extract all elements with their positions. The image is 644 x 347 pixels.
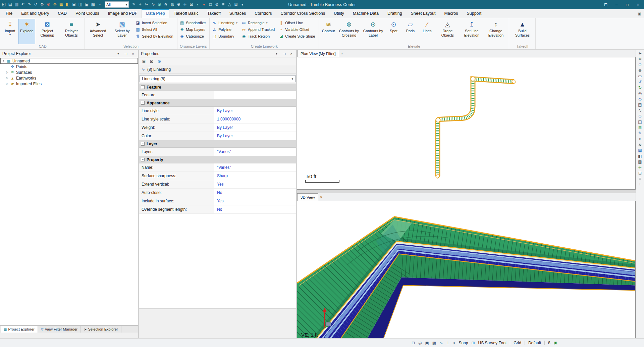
categorize-button[interactable]: ◈ Categorize [178, 33, 209, 40]
zoom-window-icon[interactable]: ▭ [638, 74, 642, 78]
settings-gear-icon[interactable]: ⚙ [39, 0, 45, 9]
snap-toggle[interactable]: Snap [459, 341, 468, 345]
panel-menu-icon[interactable]: ▾ [115, 51, 121, 56]
close-icon[interactable]: × [339, 50, 345, 57]
threed-view-tab[interactable]: 3D View [297, 193, 318, 201]
tab-cad[interactable]: CAD [54, 9, 71, 18]
selection-filter-dropdown[interactable]: All ▾ [105, 1, 129, 8]
advanced-select-button[interactable]: ➤ Advanced Select [86, 19, 110, 44]
status-orbit-icon[interactable]: ◎ [418, 341, 422, 345]
property-value-input[interactable]: By Layer [214, 132, 296, 140]
contour-icon[interactable]: ≋ [163, 0, 169, 9]
tab-support[interactable]: Support [462, 9, 486, 18]
status-window-icon[interactable]: ⊡ [412, 341, 415, 345]
move-icon[interactable]: ✥ [52, 0, 58, 9]
snapshot-icon[interactable]: ◐ [195, 0, 201, 9]
linework-icon[interactable]: ∿ [638, 108, 642, 112]
property-value-input[interactable]: By Layer [214, 107, 296, 115]
property-value-input[interactable]: 1.000000000 [214, 115, 296, 123]
tab-data-prep[interactable]: Data Prep [142, 9, 169, 18]
property-value-input[interactable]: "Varies" [214, 163, 296, 171]
select-by-layer-button[interactable]: ▧ Select by Layer [110, 19, 134, 44]
section-layer[interactable]: − Layer [139, 140, 296, 148]
linestring-icon[interactable]: ∿ [150, 0, 156, 9]
expander-icon[interactable]: ▷ [6, 77, 9, 80]
point-icon[interactable]: ⊙ [638, 114, 642, 118]
import-button[interactable]: ↧ Import ▾ [2, 19, 18, 44]
build-surfaces-button[interactable]: ▲ Build Surfaces [510, 19, 534, 44]
tab-project-explorer[interactable]: ▦ Project Explorer [1, 326, 38, 333]
map-layers-button[interactable]: ❖ Map Layers [178, 26, 209, 33]
property-value-input[interactable]: Yes [214, 180, 296, 188]
select-by-elevation-button[interactable]: ⇅ Select by Elevation [134, 33, 176, 40]
record-icon[interactable]: ● [201, 0, 207, 9]
collapse-icon[interactable]: − [141, 101, 145, 105]
tree-item-points[interactable]: ✛ Points [0, 64, 138, 69]
track-icon[interactable]: ◉ [156, 0, 163, 9]
tab-machine-data[interactable]: Machine Data [348, 9, 383, 18]
layers-icon[interactable]: ▤ [638, 103, 642, 107]
pin-icon[interactable]: Τ [123, 52, 128, 56]
plan-view-canvas[interactable]: 50 ft [297, 57, 636, 190]
status-display-icon[interactable]: ▣ [554, 341, 557, 345]
crosshair-icon[interactable]: ✛ [638, 165, 642, 169]
pencil-icon[interactable]: ✎ [131, 0, 137, 9]
boundary-button[interactable]: ▢ Boundary [211, 33, 240, 40]
property-value-input[interactable]: No [214, 205, 296, 213]
property-value-input[interactable] [214, 91, 296, 99]
tree-item-unnamed[interactable]: ▾ ▦ Unnamed [0, 58, 138, 64]
polyline-button[interactable]: ∠ Polyline [211, 26, 240, 33]
project-cleanup-button[interactable]: ⊠ Project Cleanup [35, 19, 59, 44]
tab-image-and-pdf[interactable]: Image and PDF [104, 9, 142, 18]
edit-icon[interactable]: ✎ [638, 131, 642, 135]
section-feature[interactable]: − Feature [139, 84, 296, 91]
tree-item-earthworks[interactable]: ▷ ▲ Earthworks [0, 75, 138, 81]
tab-view-filter-manager[interactable]: ▽ View Filter Manager [38, 326, 81, 333]
clear-icon[interactable]: ⊠ [148, 58, 155, 65]
redo-icon[interactable]: ↷ [26, 0, 33, 9]
property-value-input[interactable]: Sharp [214, 172, 296, 180]
expander-icon[interactable]: ▷ [6, 71, 9, 74]
pin-icon[interactable]: Τ [281, 52, 287, 56]
orbit-icon[interactable]: ◇ [638, 97, 641, 101]
status-target-icon[interactable]: ⌖ [453, 341, 455, 345]
window-icon[interactable]: ⊡ [188, 0, 195, 9]
panel-menu-icon[interactable]: ▾ [274, 51, 279, 56]
expander-icon[interactable]: ▷ [6, 82, 9, 85]
close-button[interactable]: × [633, 0, 643, 9]
offset-line-button[interactable]: ∥ Offset Line [277, 19, 318, 26]
layer-manager-icon[interactable]: ◧ [64, 0, 71, 9]
object-type-dropdown[interactable]: Linestring (8) ▾ [140, 75, 296, 82]
property-value-input[interactable]: "Varies" [214, 148, 296, 156]
contour-button[interactable]: ≋ Contour [320, 19, 337, 44]
tab-selection-explorer[interactable]: ➤ Selection Explorer [81, 326, 121, 333]
new-project-icon[interactable]: ◱ [1, 0, 7, 9]
style-label[interactable]: Default [528, 341, 541, 345]
zoom-out-icon[interactable]: ⊖ [638, 68, 642, 72]
collapse-icon[interactable]: − [141, 85, 145, 89]
append-tracked-button[interactable]: ↦ Append Tracked [240, 26, 277, 33]
track-region-button[interactable]: ◉ Track Region [240, 33, 277, 40]
hatch-icon[interactable]: ▩ [638, 160, 642, 164]
drape-objects-button[interactable]: ◬ Drape Objects [435, 19, 460, 44]
expander-icon[interactable]: ▾ [2, 59, 5, 62]
burst-icon[interactable]: ⊛ [214, 0, 220, 9]
more-icon[interactable]: ⋮ [638, 183, 642, 187]
layers-icon[interactable]: ▦ [58, 0, 64, 9]
property-value-input[interactable]: Yes [214, 197, 296, 205]
show-all-properties-icon[interactable]: ⊞ [141, 58, 147, 65]
section-appearance[interactable]: − Appearance [139, 99, 296, 107]
tab-corridor-cross-sections[interactable]: Corridor Cross Sections [276, 9, 330, 18]
collapse-icon[interactable]: − [141, 158, 145, 161]
tab-corridors[interactable]: Corridors [250, 9, 276, 18]
scissors-icon[interactable]: ✂ [144, 0, 150, 9]
section-property[interactable]: − Property [139, 156, 296, 163]
stop-icon[interactable]: ⊘ [45, 0, 52, 9]
qat-more-chevron-icon[interactable]: ▾ [239, 0, 246, 9]
save-icon[interactable]: ▥ [13, 0, 20, 9]
pan-tool-icon[interactable]: ✥ [638, 57, 642, 61]
contours-by-label-button[interactable]: ⊛ Contours by Label [361, 19, 385, 44]
relayer-objects-button[interactable]: ≡ Relayer Objects [59, 19, 84, 44]
minimize-button[interactable]: – [611, 0, 622, 9]
zoom-in-icon[interactable]: ⊕ [638, 63, 642, 67]
